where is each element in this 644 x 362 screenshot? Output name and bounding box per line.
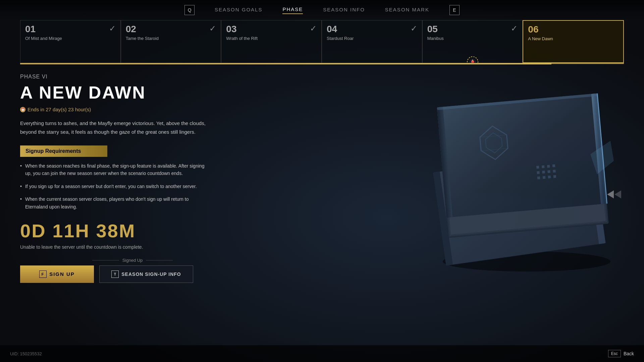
sign-up-button[interactable]: F SIGN UP <box>20 265 94 283</box>
left-nav-key[interactable]: Q <box>184 5 195 15</box>
check-icon-02: ✓ <box>209 24 216 33</box>
esc-key[interactable]: Esc <box>608 350 621 357</box>
svg-rect-24 <box>553 170 556 173</box>
phase-card-04[interactable]: 04 Stardust Roar ✓ <box>322 20 422 63</box>
phase-num-02: 02 <box>126 24 136 34</box>
phase-card-06[interactable]: 06 A New Dawn <box>523 20 624 63</box>
svg-rect-19 <box>547 165 550 168</box>
progress-indicator <box>466 55 479 63</box>
requirement-2: ▪ If you sign up for a season server but… <box>20 183 208 190</box>
bullet-2: ▪ <box>20 183 22 189</box>
phase-name-04: Stardust Roar <box>327 36 417 41</box>
check-icon-04: ✓ <box>411 24 417 33</box>
uid-display: UID: 150235532 <box>10 351 42 356</box>
phase-num-03: 03 <box>226 24 236 34</box>
tab-phase[interactable]: PHASE <box>282 6 303 14</box>
buttons-row: F SIGN UP T SEASON SIGN-UP INFO <box>20 265 245 283</box>
svg-rect-25 <box>537 176 540 179</box>
timer-note: Unable to leave the server until the cou… <box>20 244 245 250</box>
phase-card-01[interactable]: 01 Of Mist and Mirage ✓ <box>20 20 121 63</box>
signup-key: F <box>39 270 47 278</box>
phase-card-03[interactable]: 03 Wrath of the Rift ✓ <box>221 20 322 63</box>
phase-card-02[interactable]: 02 Tame the Staroid ✓ <box>121 20 221 63</box>
svg-rect-27 <box>548 176 551 179</box>
tab-season-goals[interactable]: SEASON GOALS <box>215 7 262 14</box>
book-illustration <box>409 54 627 282</box>
phase-name-01: Of Mist and Mirage <box>25 36 116 41</box>
big-timer: 0D 11H 38M <box>20 220 245 242</box>
phase-label: Phase VI <box>20 74 245 80</box>
svg-marker-35 <box>607 190 614 198</box>
req-text-3: When the current season server closes, p… <box>25 195 208 210</box>
clock-icon: ⏰ <box>20 107 25 112</box>
svg-rect-20 <box>552 164 555 167</box>
phase-title: A NEW DAWN <box>20 82 245 103</box>
phase-description: Everything turns to ashes, and the Mayfl… <box>20 119 215 136</box>
req-text-1: When the season reaches its final phase,… <box>25 162 208 177</box>
info-label: SEASON SIGN-UP INFO <box>121 272 181 277</box>
signed-up-label: Signed Up <box>20 258 245 263</box>
svg-marker-36 <box>614 190 621 198</box>
bullet-1: ▪ <box>20 163 22 168</box>
main-content: Phase VI A NEW DAWN ⏰ Ends in 27 day(s) … <box>20 74 644 342</box>
phase-name-03: Wrath of the Rift <box>226 36 317 41</box>
phase-name-06: A New Dawn <box>528 36 619 41</box>
tab-season-info[interactable]: SEASON INFO <box>323 7 365 14</box>
requirements-list: ▪ When the season reaches its final phas… <box>20 162 245 210</box>
svg-rect-26 <box>543 176 546 179</box>
requirement-3: ▪ When the current season server closes,… <box>20 195 208 210</box>
back-label: Back <box>624 351 634 356</box>
svg-rect-17 <box>536 166 539 169</box>
svg-rect-12 <box>437 94 607 218</box>
svg-rect-18 <box>542 165 545 168</box>
svg-rect-28 <box>553 175 556 178</box>
nav-tabs: SEASON GOALS PHASE SEASON INFO SEASON MA… <box>215 6 429 14</box>
right-panel <box>255 74 644 342</box>
bottom-bar: UID: 150235532 Esc Back <box>0 345 644 362</box>
phase-name-02: Tame the Staroid <box>126 36 216 41</box>
phase-num-04: 04 <box>327 24 337 34</box>
season-info-button[interactable]: T SEASON SIGN-UP INFO <box>99 265 193 283</box>
phase-strip: 01 Of Mist and Mirage ✓ 02 Tame the Star… <box>20 20 624 64</box>
phase-name-05: Manibus <box>427 36 518 41</box>
phase-num-01: 01 <box>25 24 36 34</box>
book-svg <box>409 54 627 282</box>
top-navigation: Q SEASON GOALS PHASE SEASON INFO SEASON … <box>0 0 644 20</box>
requirement-1: ▪ When the season reaches its final phas… <box>20 162 208 177</box>
check-icon-01: ✓ <box>109 24 116 33</box>
left-panel: Phase VI A NEW DAWN ⏰ Ends in 27 day(s) … <box>20 74 255 342</box>
info-key: T <box>111 270 119 278</box>
phase-num-05: 05 <box>427 24 438 34</box>
check-icon-05: ✓ <box>511 24 518 33</box>
right-nav-key[interactable]: E <box>449 5 460 15</box>
check-icon-03: ✓ <box>310 24 317 33</box>
countdown-ends: ⏰ Ends in 27 day(s) 23 hour(s) <box>20 107 245 112</box>
bullet-3: ▪ <box>20 196 22 201</box>
back-button[interactable]: Esc Back <box>608 350 634 357</box>
tab-season-mark[interactable]: SEASON MARK <box>385 7 429 14</box>
svg-rect-22 <box>542 171 545 174</box>
svg-rect-23 <box>547 170 550 173</box>
phase-num-06: 06 <box>528 24 538 35</box>
phase-card-05[interactable]: 05 Manibus ✓ <box>422 20 523 63</box>
svg-rect-21 <box>537 171 540 174</box>
signup-label: SIGN UP <box>49 271 75 277</box>
req-text-2: If you sign up for a season server but d… <box>25 183 197 190</box>
ends-text: Ends in 27 day(s) 23 hour(s) <box>28 107 91 112</box>
requirements-header: Signup Requirements <box>20 145 107 157</box>
